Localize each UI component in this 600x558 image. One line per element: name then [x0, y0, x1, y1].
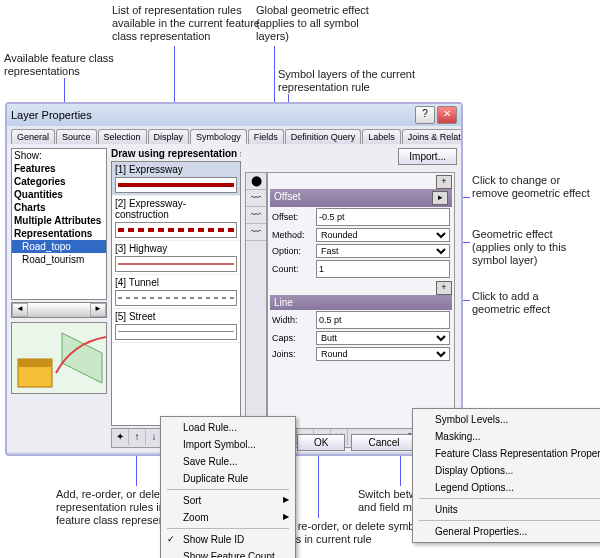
annot-symbol-layers: Symbol layers of the current representat…	[278, 68, 438, 94]
annot-global-effect: Global geometric effect (applies to all …	[256, 4, 386, 44]
rule-label: [1] Expressway	[115, 164, 237, 175]
svg-rect-2	[18, 359, 52, 367]
annot-geo-effect: Geometric effect (applies only to this s…	[472, 228, 592, 268]
layer-preview	[11, 322, 107, 394]
help-button[interactable]: ?	[415, 106, 435, 124]
layer2-icon[interactable]: 〰	[246, 207, 266, 224]
ok-button[interactable]: OK	[297, 434, 345, 451]
global-effect-icon[interactable]: ⬤	[246, 173, 266, 190]
offset-expand-icon[interactable]: ▸	[432, 191, 448, 205]
tab-strip: General Source Selection Display Symbolo…	[7, 126, 461, 144]
show-multipleattrs[interactable]: Multiple Attributes	[12, 214, 106, 227]
caps-select[interactable]: Butt	[316, 331, 450, 345]
add-top-icon[interactable]: +	[436, 175, 452, 189]
annot-symlayer-crud: Add, re-order, or delete symbol layers i…	[272, 520, 432, 546]
cancel-button[interactable]: Cancel	[351, 434, 416, 451]
tab-fields[interactable]: Fields	[248, 129, 284, 144]
rule-expressway[interactable]: [1] Expressway	[112, 162, 240, 196]
rep-road-topo[interactable]: Road_topo	[12, 240, 106, 253]
rule-highway[interactable]: [3] Highway	[112, 241, 240, 275]
annot-add-effect: Click to add a geometric effect	[472, 290, 582, 316]
show-list[interactable]: Show: Features Categories Quantities Cha…	[11, 148, 107, 300]
tab-general[interactable]: General	[11, 129, 55, 144]
layer-properties-dialog: Layer Properties ? ✕ General Source Sele…	[5, 102, 463, 456]
tab-selection[interactable]: Selection	[98, 129, 147, 144]
close-button[interactable]: ✕	[437, 106, 457, 124]
annot-change-effect: Click to change or remove geometric effe…	[472, 174, 592, 200]
option-select[interactable]: Fast	[316, 244, 450, 258]
annot-rule-list: List of representation rules available i…	[112, 4, 262, 44]
show-categories[interactable]: Categories	[12, 175, 106, 188]
width-input[interactable]	[316, 311, 450, 329]
properties-area: + Offset ▸ Offset: Method:Rounded Option…	[267, 172, 455, 430]
menu-zoom[interactable]: Zoom	[163, 509, 293, 526]
tab-defquery[interactable]: Definition Query	[285, 129, 362, 144]
show-quantities[interactable]: Quantities	[12, 188, 106, 201]
layer-context-menu: Symbol Levels... Masking... Feature Clas…	[412, 408, 600, 543]
menu-save-rule[interactable]: Save Rule...	[163, 453, 293, 470]
menu-symbol-levels[interactable]: Symbol Levels...	[415, 411, 600, 428]
annot-available-reps: Available feature class representations	[4, 52, 144, 78]
rule-context-menu: Load Rule... Import Symbol... Save Rule.…	[160, 416, 296, 558]
layer1-icon[interactable]: 〰	[246, 190, 266, 207]
menu-display-options[interactable]: Display Options...	[415, 462, 600, 479]
tab-symbology[interactable]: Symbology	[190, 129, 247, 144]
add-effect-icon[interactable]: +	[436, 281, 452, 295]
menu-masking[interactable]: Masking...	[415, 428, 600, 445]
rule-label: [5] Street	[115, 311, 237, 322]
import-button[interactable]: Import...	[398, 148, 457, 165]
dialog-title: Layer Properties	[11, 109, 92, 121]
scroll-right-icon[interactable]: ►	[90, 303, 106, 317]
count-input[interactable]	[316, 260, 450, 278]
rule-tunnel[interactable]: [4] Tunnel	[112, 275, 240, 309]
menu-sort[interactable]: Sort	[163, 492, 293, 509]
rule-label: [3] Highway	[115, 243, 237, 254]
menu-duplicate-rule[interactable]: Duplicate Rule	[163, 470, 293, 487]
menu-show-feature-count[interactable]: Show Feature Count	[163, 548, 293, 558]
show-header: Show:	[12, 149, 106, 162]
titlebar: Layer Properties ? ✕	[7, 104, 461, 126]
menu-load-rule[interactable]: Load Rule...	[163, 419, 293, 436]
joins-select[interactable]: Round	[316, 347, 450, 361]
show-representations[interactable]: Representations	[12, 227, 106, 240]
show-features[interactable]: Features	[12, 162, 106, 175]
menu-general-props[interactable]: General Properties...	[415, 523, 600, 540]
symbol-layer-column: ⬤ 〰 〰 〰	[245, 172, 267, 430]
rule-label: [2] Expressway-construction	[115, 198, 237, 220]
offset-input[interactable]	[316, 208, 450, 226]
scroll-left-icon[interactable]: ◄	[12, 303, 28, 317]
rep-road-tourism[interactable]: Road_tourism	[12, 253, 106, 266]
layer3-icon[interactable]: 〰	[246, 224, 266, 241]
add-rule-icon[interactable]: ✦	[112, 429, 129, 445]
show-charts[interactable]: Charts	[12, 201, 106, 214]
line-title: Line	[274, 297, 293, 308]
menu-fcrep-props[interactable]: Feature Class Representation Properties.…	[415, 445, 600, 462]
line-header[interactable]: Line	[270, 295, 452, 310]
rule-expressway-construction[interactable]: [2] Expressway-construction	[112, 196, 240, 241]
tab-joins[interactable]: Joins & Relates	[402, 129, 461, 144]
tab-labels[interactable]: Labels	[362, 129, 401, 144]
rule-street[interactable]: [5] Street	[112, 309, 240, 343]
menu-show-rule-id[interactable]: Show Rule ID	[163, 531, 293, 548]
offset-title: Offset	[274, 191, 301, 205]
rule-list[interactable]: [1] Expressway [2] Expressway-constructi…	[111, 161, 241, 426]
offset-header[interactable]: Offset ▸	[270, 189, 452, 207]
description: Draw using representation stored in the …	[111, 148, 241, 159]
menu-import-symbol[interactable]: Import Symbol...	[163, 436, 293, 453]
tab-source[interactable]: Source	[56, 129, 97, 144]
move-up-icon[interactable]: ↑	[129, 429, 146, 445]
menu-units[interactable]: Units	[415, 501, 600, 518]
scroll-h[interactable]: ◄ ►	[11, 302, 107, 318]
tab-display[interactable]: Display	[148, 129, 190, 144]
rule-label: [4] Tunnel	[115, 277, 237, 288]
method-select[interactable]: Rounded	[316, 228, 450, 242]
menu-legend-options[interactable]: Legend Options...	[415, 479, 600, 496]
